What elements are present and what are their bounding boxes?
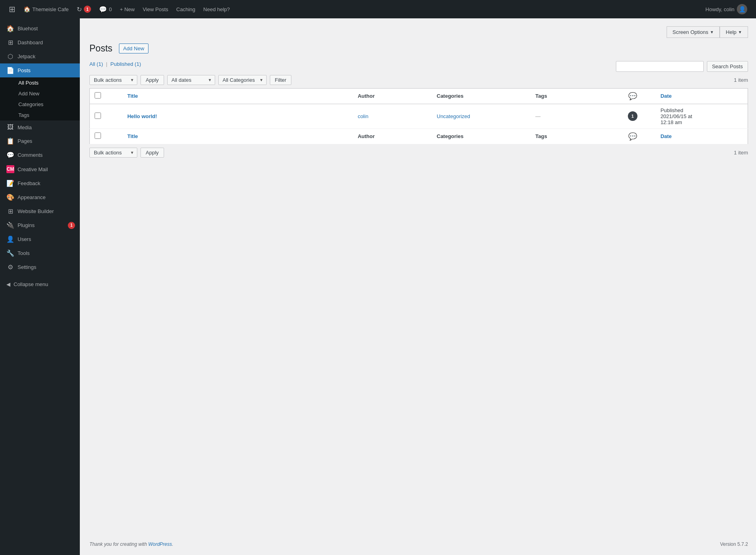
users-icon: 👤 [6,235,14,243]
select-all-checkbox[interactable] [95,92,101,99]
bulk-actions-top-select[interactable]: Bulk actions [89,75,137,85]
filter-button[interactable]: Filter [270,75,292,85]
col-header-date[interactable]: Date [656,88,748,104]
creative-mail-icon: CM [6,165,14,173]
footer-text: Thank you for creating with WordPress. [89,541,173,547]
sidebar-item-tools[interactable]: 🔧 Tools [0,246,80,260]
author-link[interactable]: colin [358,113,368,119]
layout: 🏠 Bluehost ⊞ Dashboard ⬡ Jetpack 📄 Posts… [0,18,756,555]
top-bar: Screen Options ▼ Help ▼ [89,26,748,38]
caching[interactable]: Caching [172,0,200,18]
admin-bar: ⊞ 🏠 Themeisle Cafe ↻ 1 💬 0 + New View Po… [0,0,756,18]
row-date-cell: Published2021/06/15 at12:18 am [656,104,748,128]
bulk-actions-bottom-wrap: Bulk actions ▼ [89,148,137,158]
col-header-checkbox [90,88,123,104]
bluehost-icon: 🏠 [6,25,14,32]
comments-count[interactable]: 💬 0 [95,0,116,18]
submenu-tags[interactable]: Tags [0,110,80,120]
item-count-bottom: 1 item [734,150,748,156]
sidebar-item-settings[interactable]: ⚙ Settings [0,260,80,274]
comments-icon: 💬 [6,151,14,159]
apply-top-button[interactable]: Apply [141,75,164,85]
jetpack-icon: ⬡ [6,53,14,60]
wp-logo[interactable]: ⊞ [5,0,20,18]
filter-links: All (1) | Published (1) [89,61,141,67]
sidebar-item-comments[interactable]: 💬 Comments [0,148,80,162]
toolbar-top: Bulk actions ▼ Apply All dates ▼ All Cat… [89,75,748,85]
bulk-actions-top-wrap: Bulk actions ▼ [89,75,137,85]
row-checkbox[interactable] [95,113,101,119]
row-categories-cell: Uncategorized [432,104,530,128]
col-footer-date[interactable]: Date [656,128,748,144]
search-posts-button[interactable]: Search Posts [707,61,748,72]
main-content: Screen Options ▼ Help ▼ Posts Add New Al… [80,18,756,555]
posts-table: Title Author Categories Tags 💬 [89,88,748,144]
col-header-comments: 💬 [610,88,655,104]
updates[interactable]: ↻ 1 [73,0,95,18]
version-text: Version 5.7.2 [720,541,748,547]
submenu-all-posts[interactable]: All Posts [0,77,80,88]
sidebar-item-appearance[interactable]: 🎨 Appearance [0,190,80,204]
settings-icon: ⚙ [6,263,14,271]
col-header-categories: Categories [432,88,530,104]
category-link[interactable]: Uncategorized [437,113,470,119]
sidebar: 🏠 Bluehost ⊞ Dashboard ⬡ Jetpack 📄 Posts… [0,18,80,555]
page-header: Posts Add New [89,43,748,55]
post-title-link[interactable]: Hello world! [127,113,157,119]
need-help[interactable]: Need help? [199,0,234,18]
footer: Thank you for creating with WordPress. V… [89,533,748,547]
comments-badge[interactable]: 1 [628,111,637,121]
sidebar-item-creative-mail[interactable]: CM Creative Mail [0,162,80,176]
col-footer-comments: 💬 [610,128,655,144]
col-header-title[interactable]: Title [123,88,353,104]
date-status: Published2021/06/15 at12:18 am [661,107,693,125]
filter-all[interactable]: All (1) [89,61,105,67]
sidebar-item-pages[interactable]: 📋 Pages [0,134,80,148]
add-new-button[interactable]: Add New [119,43,149,53]
search-input[interactable] [616,61,704,72]
col-footer-title[interactable]: Title [123,128,353,144]
help-button[interactable]: Help ▼ [720,26,748,38]
sidebar-item-bluehost[interactable]: 🏠 Bluehost [0,22,80,36]
howdy-menu[interactable]: Howdy, colin 👤 [701,4,751,14]
all-categories-select[interactable]: All Categories [218,75,267,85]
col-footer-categories: Categories [432,128,530,144]
item-count-top: 1 item [734,77,748,83]
col-header-tags: Tags [530,88,610,104]
filter-published[interactable]: Published (1) [111,61,141,67]
sidebar-item-users[interactable]: 👤 Users [0,232,80,246]
appearance-icon: 🎨 [6,194,14,201]
row-title-cell: Hello world! [123,104,353,128]
collapse-menu[interactable]: ◀ Collapse menu [0,277,80,291]
pages-icon: 📋 [6,137,14,145]
sidebar-item-website-builder[interactable]: ⊞ Website Builder [0,204,80,218]
screen-options-button[interactable]: Screen Options ▼ [667,26,720,38]
bulk-actions-bottom-select[interactable]: Bulk actions [89,148,137,158]
sidebar-item-posts[interactable]: 📄 Posts [0,63,80,77]
page-title: Posts [89,43,113,55]
sidebar-item-media[interactable]: 🖼 Media [0,120,80,134]
all-dates-wrap: All dates ▼ [167,75,215,85]
view-posts[interactable]: View Posts [139,0,172,18]
posts-submenu: All Posts Add New Categories Tags [0,77,80,120]
media-icon: 🖼 [6,124,14,131]
all-dates-select[interactable]: All dates [167,75,215,85]
avatar: 👤 [737,4,747,14]
wordpress-link[interactable]: WordPress [148,541,172,547]
sidebar-item-dashboard[interactable]: ⊞ Dashboard [0,36,80,49]
submenu-add-new[interactable]: Add New [0,88,80,99]
sidebar-item-jetpack[interactable]: ⬡ Jetpack [0,49,80,63]
new-content[interactable]: + New [116,0,139,18]
search-area: Search Posts [616,61,748,72]
sidebar-item-plugins[interactable]: 🔌 Plugins 1 [0,218,80,232]
apply-bottom-button[interactable]: Apply [141,148,164,158]
site-name[interactable]: 🏠 Themeisle Cafe [20,0,73,18]
help-arrow: ▼ [738,30,742,34]
dashboard-icon: ⊞ [6,39,14,46]
adminbar-right: Howdy, colin 👤 [701,4,751,14]
row-checkbox-cell [90,104,123,128]
submenu-categories[interactable]: Categories [0,99,80,110]
col-header-author: Author [353,88,432,104]
select-all-footer-checkbox[interactable] [95,132,101,139]
sidebar-item-feedback[interactable]: 📝 Feedback [0,176,80,190]
